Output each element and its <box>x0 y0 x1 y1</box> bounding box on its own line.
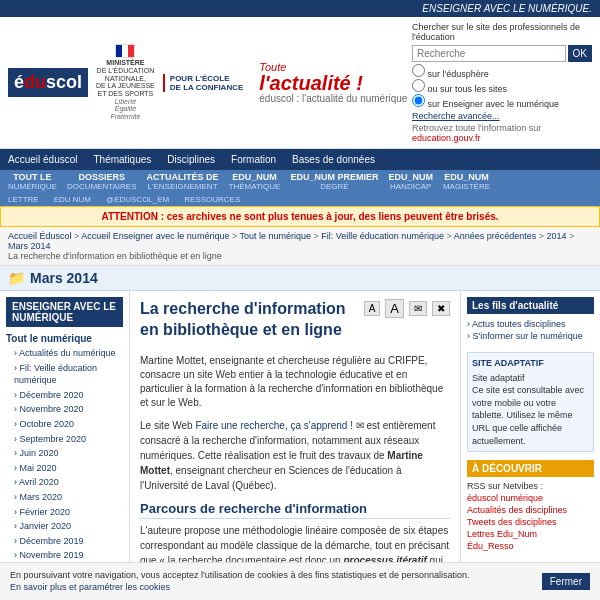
sidebar-link-fil[interactable]: Fil: Veille éducation numérique <box>6 361 123 388</box>
breadcrumb-annees[interactable]: Années précédentes <box>454 231 537 241</box>
sidebar-link-sep2020[interactable]: Septembre 2020 <box>6 432 123 447</box>
header-middle: MINISTÈRE DE L'ÉDUCATION NATIONALE, DE L… <box>96 44 412 121</box>
search-ok-button[interactable]: OK <box>568 45 592 62</box>
pour-ecole: POUR L'ÉCOLE <box>170 74 243 83</box>
sidebar-link-actualites[interactable]: Actualités du numérique <box>6 346 123 361</box>
sidebar-link-mar2020[interactable]: Mars 2020 <box>6 490 123 505</box>
cookie-banner: En poursuivant votre navigation, vous ac… <box>0 562 600 600</box>
site-adaptatif-title: SITE ADAPTATIF <box>472 357 589 370</box>
site-adaptatif-desc: Site adaptatif Ce site est consultable a… <box>472 372 589 448</box>
a-decouvrir-title: À DÉCOUVRIR <box>467 460 594 477</box>
breadcrumb-subtitle: La recherche d'information en bibliothèq… <box>8 251 222 261</box>
a-decouvrir-section: À DÉCOUVRIR RSS sur Netvibes : éduscol n… <box>467 460 594 551</box>
article-title: La recherche d'information en bibliothèq… <box>140 299 359 341</box>
sidebar-link-mai2020[interactable]: Mai 2020 <box>6 461 123 476</box>
font-large-button[interactable]: A <box>385 299 404 318</box>
tweets-disciplines-link[interactable]: Tweets des disciplines <box>467 517 594 527</box>
sec-nav-edu-num-handicap[interactable]: EDU_NUM HANDICAP <box>388 172 433 191</box>
cookie-settings-link[interactable]: En savoir plus et paramétrer les cookies <box>10 582 170 592</box>
sec-nav-edu-num-premier[interactable]: EDU_NUM PREMIER DEGRÉ <box>290 172 378 191</box>
sec-nav-edu-num-magistere[interactable]: EDU_NUM MAGISTÈRE <box>443 172 490 191</box>
close-button[interactable]: ✖ <box>432 301 450 316</box>
ressources-label: RESSOURCES <box>184 195 240 204</box>
attention-banner: ATTENTION : ces archives ne sont plus te… <box>0 206 600 227</box>
folder-icon: 📁 <box>8 270 25 286</box>
header-search: Chercher sur le site des professionnels … <box>412 22 592 143</box>
breadcrumb-mars2014[interactable]: Mars 2014 <box>8 241 51 251</box>
fils-actualite-section: Les fils d'actualité Actus toutes discip… <box>467 297 594 342</box>
header: éduscol MINISTÈRE DE L'ÉDUCATION NATIONA… <box>0 17 600 149</box>
actualites-disciplines-link[interactable]: Actualités des disciplines <box>467 505 594 515</box>
rss-label: RSS sur Netvibes : <box>467 481 594 491</box>
radio-all-sites[interactable] <box>412 79 425 92</box>
main-content: La recherche d'information en bibliothèq… <box>130 291 460 600</box>
email-button[interactable]: ✉ <box>409 301 427 316</box>
sec-nav: TOUT LE NUMÉRIQUE DOSSIERS DOCUMENTAIRES… <box>0 170 600 193</box>
search-row: OK <box>412 45 592 62</box>
eduscol-numerique-link[interactable]: éduscol numérique <box>467 493 594 503</box>
top-banner: ENSEIGNER AVEC LE NUMÉRIQUE. <box>0 0 600 17</box>
la-confiance: DE LA CONFIANCE <box>170 83 243 92</box>
right-sidebar: Les fils d'actualité Actus toutes discip… <box>460 291 600 600</box>
eduscol-logo: éduscol <box>8 68 88 97</box>
sidebar-link-avr2020[interactable]: Avril 2020 <box>6 475 123 490</box>
edu-resso-link[interactable]: Édu_Resso <box>467 541 594 551</box>
sidebar-link-jun2020[interactable]: Juin 2020 <box>6 446 123 461</box>
search-label: Chercher sur le site des professionnels … <box>412 22 592 42</box>
search-input[interactable] <box>412 45 566 62</box>
content-area: ENSEIGNER AVEC LE NUMÉRIQUE Tout le numé… <box>0 291 600 600</box>
actus-toutes-link[interactable]: Actus toutes disciplines <box>467 318 594 330</box>
sec-nav-dossiers[interactable]: DOSSIERS DOCUMENTAIRES <box>67 172 137 191</box>
fils-actualite-title: Les fils d'actualité <box>467 297 594 314</box>
article-intro: Martine Mottet, enseignante et chercheus… <box>140 354 450 410</box>
site-adaptatif-box: SITE ADAPTATIF Site adaptatif Ce site es… <box>467 352 594 452</box>
search-options: sur l'édusphère ou sur tous les sites su… <box>412 64 592 109</box>
lettres-edu-link[interactable]: Lettres Edu_Num <box>467 529 594 539</box>
left-sidebar: ENSEIGNER AVEC LE NUMÉRIQUE Tout le numé… <box>0 291 130 600</box>
nav-disciplines[interactable]: Disciplines <box>159 149 223 170</box>
cookie-close-button[interactable]: Fermer <box>542 573 590 590</box>
education-link: Retrouvez toute l'information sur educat… <box>412 123 592 143</box>
education-gov-link[interactable]: education.gouv.fr <box>412 133 480 143</box>
nav-bases[interactable]: Bases de données <box>284 149 383 170</box>
faire-recherche-link[interactable]: Faire une recherche, ça s'apprend ! <box>195 420 353 431</box>
page-title: Mars 2014 <box>30 270 98 286</box>
sidebar-link-jan2020[interactable]: Janvier 2020 <box>6 519 123 534</box>
article-tools: A A ✉ ✖ <box>364 299 450 318</box>
ministry-logo: MINISTÈRE DE L'ÉDUCATION NATIONALE, DE L… <box>96 44 412 121</box>
section-title: Parcours de recherche d'information <box>140 501 450 519</box>
sec-nav-actualites[interactable]: ACTUALITÉS DE L'ENSEIGNEMENT <box>147 172 219 191</box>
nav-formation[interactable]: Formation <box>223 149 284 170</box>
article-body1: Le site Web Faire une recherche, ça s'ap… <box>140 418 450 493</box>
actualite-text: l'actualité ! <box>259 73 407 93</box>
font-small-button[interactable]: A <box>364 301 381 316</box>
radio-enseigner[interactable] <box>412 94 425 107</box>
breadcrumb-fil[interactable]: Fil: Veille éducation numérique <box>321 231 444 241</box>
breadcrumb-2014[interactable]: 2014 <box>547 231 567 241</box>
sidebar-link-dec2020[interactable]: Décembre 2020 <box>6 388 123 403</box>
sec-nav-row2: LETTRE EDU NUM @EDUSCOL_EM RESSOURCES <box>0 193 600 206</box>
sidebar-link-nov2020[interactable]: Novembre 2020 <box>6 402 123 417</box>
page-title-bar: 📁 Mars 2014 <box>0 266 600 291</box>
eduscol-subtitle: éduscol : l'actualité du numérique <box>259 93 407 104</box>
nav-thematiques[interactable]: Thématiques <box>85 149 159 170</box>
advanced-search-link[interactable]: Recherche avancée... <box>412 111 592 121</box>
sec-nav-tout-numerique[interactable]: TOUT LE NUMÉRIQUE <box>8 172 57 191</box>
breadcrumb-enseigner[interactable]: Accueil Enseigner avec le numérique <box>81 231 229 241</box>
sec-nav-edu-num-thematique[interactable]: EDU_NUM THÉMATIQUE <box>229 172 281 191</box>
sidebar-link-dec2019[interactable]: Décembre 2019 <box>6 534 123 549</box>
cookie-text: En poursuivant votre navigation, vous ac… <box>10 569 532 594</box>
main-nav: Accueil éduscol Thématiques Disciplines … <box>0 149 600 170</box>
ministry-text: MINISTÈRE DE L'ÉDUCATION NATIONALE, DE L… <box>96 59 155 121</box>
sidebar-link-fev2020[interactable]: Février 2020 <box>6 505 123 520</box>
sidebar-link-nov2019[interactable]: Novembre 2019 <box>6 548 123 563</box>
sinformer-link[interactable]: S'informer sur le numérique <box>467 330 594 342</box>
breadcrumb: Accueil Éduscol > Accueil Enseigner avec… <box>0 227 600 266</box>
breadcrumb-tout-numerique[interactable]: Tout le numérique <box>240 231 312 241</box>
twitter-label: @EDUSCOL_EM <box>106 195 169 204</box>
nav-accueil[interactable]: Accueil éduscol <box>0 149 85 170</box>
sidebar-section-title: ENSEIGNER AVEC LE NUMÉRIQUE <box>6 297 123 327</box>
sidebar-link-oct2020[interactable]: Octobre 2020 <box>6 417 123 432</box>
radio-edusphere[interactable] <box>412 64 425 77</box>
breadcrumb-accueil[interactable]: Accueil Éduscol <box>8 231 72 241</box>
